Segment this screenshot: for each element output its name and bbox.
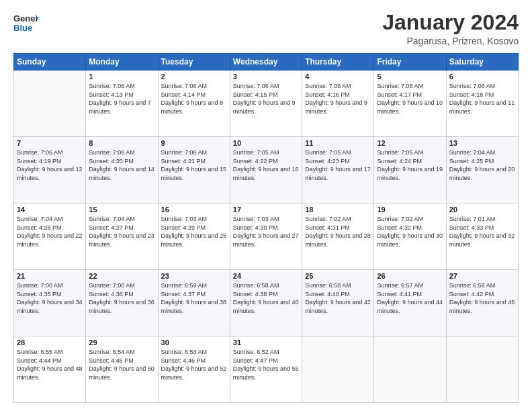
month-title: January 2024 bbox=[382, 11, 519, 34]
table-row: 2Sunrise: 7:06 AMSunset: 4:14 PMDaylight… bbox=[158, 71, 230, 137]
day-detail: Sunrise: 7:05 AMSunset: 4:22 PMDaylight:… bbox=[233, 148, 299, 182]
day-detail: Sunrise: 7:04 AMSunset: 4:27 PMDaylight:… bbox=[89, 215, 154, 248]
day-detail: Sunrise: 7:06 AMSunset: 4:13 PMDaylight:… bbox=[89, 82, 154, 116]
day-number: 26 bbox=[377, 272, 443, 280]
day-number: 15 bbox=[89, 205, 154, 214]
table-row: 24Sunrise: 6:58 AMSunset: 4:38 PMDayligh… bbox=[230, 270, 302, 336]
day-number: 14 bbox=[17, 205, 83, 214]
table-row: 4Sunrise: 7:06 AMSunset: 4:16 PMDaylight… bbox=[302, 71, 374, 137]
day-number: 1 bbox=[89, 73, 154, 81]
day-detail: Sunrise: 6:57 AMSunset: 4:41 PMDaylight:… bbox=[377, 281, 443, 315]
day-detail: Sunrise: 7:05 AMSunset: 4:24 PMDaylight:… bbox=[377, 148, 443, 182]
day-detail: Sunrise: 7:03 AMSunset: 4:29 PMDaylight:… bbox=[161, 215, 227, 248]
day-number: 24 bbox=[233, 272, 299, 280]
day-detail: Sunrise: 7:03 AMSunset: 4:30 PMDaylight:… bbox=[233, 215, 299, 248]
day-number: 18 bbox=[305, 205, 371, 214]
day-detail: Sunrise: 7:02 AMSunset: 4:32 PMDaylight:… bbox=[377, 215, 443, 248]
day-detail: Sunrise: 7:04 AMSunset: 4:25 PMDaylight:… bbox=[449, 148, 515, 182]
day-number: 3 bbox=[233, 73, 299, 81]
calendar-header-row: Sunday Monday Tuesday Wednesday Thursday… bbox=[14, 54, 519, 71]
day-number: 21 bbox=[17, 272, 83, 280]
table-row bbox=[14, 71, 86, 137]
col-thursday: Thursday bbox=[302, 54, 374, 71]
calendar-table: Sunday Monday Tuesday Wednesday Thursday… bbox=[13, 53, 519, 403]
col-tuesday: Tuesday bbox=[158, 54, 230, 71]
day-number: 10 bbox=[233, 139, 299, 147]
table-row: 29Sunrise: 6:54 AMSunset: 4:45 PMDayligh… bbox=[86, 336, 158, 403]
day-number: 25 bbox=[305, 272, 371, 280]
col-sunday: Sunday bbox=[14, 54, 86, 71]
table-row: 15Sunrise: 7:04 AMSunset: 4:27 PMDayligh… bbox=[86, 203, 158, 270]
day-detail: Sunrise: 7:06 AMSunset: 4:20 PMDaylight:… bbox=[89, 148, 154, 182]
subtitle: Pagarusa, Prizren, Kosovo bbox=[382, 36, 519, 46]
day-detail: Sunrise: 6:58 AMSunset: 4:40 PMDaylight:… bbox=[305, 281, 371, 315]
logo: General Blue bbox=[13, 11, 39, 36]
day-number: 13 bbox=[449, 139, 515, 147]
table-row: 22Sunrise: 7:00 AMSunset: 4:36 PMDayligh… bbox=[86, 270, 158, 336]
day-detail: Sunrise: 7:06 AMSunset: 4:15 PMDaylight:… bbox=[233, 82, 299, 116]
day-number: 30 bbox=[161, 338, 227, 347]
table-row bbox=[374, 336, 446, 403]
day-number: 5 bbox=[377, 73, 443, 81]
table-row: 17Sunrise: 7:03 AMSunset: 4:30 PMDayligh… bbox=[230, 203, 302, 270]
day-number: 4 bbox=[305, 73, 371, 81]
svg-text:General: General bbox=[13, 13, 39, 24]
logo-svg: General Blue bbox=[13, 11, 39, 36]
day-number: 17 bbox=[233, 205, 299, 214]
day-number: 29 bbox=[89, 338, 154, 347]
day-number: 7 bbox=[17, 139, 83, 147]
table-row: 3Sunrise: 7:06 AMSunset: 4:15 PMDaylight… bbox=[230, 71, 302, 137]
col-monday: Monday bbox=[86, 54, 158, 71]
day-number: 27 bbox=[449, 272, 515, 280]
table-row bbox=[302, 336, 374, 403]
table-row: 6Sunrise: 7:06 AMSunset: 4:18 PMDaylight… bbox=[446, 71, 518, 137]
day-detail: Sunrise: 7:06 AMSunset: 4:17 PMDaylight:… bbox=[377, 82, 443, 116]
table-row: 20Sunrise: 7:01 AMSunset: 4:33 PMDayligh… bbox=[446, 203, 518, 270]
day-detail: Sunrise: 7:01 AMSunset: 4:33 PMDaylight:… bbox=[449, 215, 515, 248]
col-wednesday: Wednesday bbox=[230, 54, 302, 71]
day-number: 19 bbox=[377, 205, 443, 214]
day-number: 28 bbox=[17, 338, 83, 347]
table-row: 19Sunrise: 7:02 AMSunset: 4:32 PMDayligh… bbox=[374, 203, 446, 270]
day-number: 22 bbox=[89, 272, 154, 280]
day-number: 8 bbox=[89, 139, 154, 147]
day-detail: Sunrise: 7:06 AMSunset: 4:16 PMDaylight:… bbox=[305, 82, 371, 116]
day-number: 23 bbox=[161, 272, 227, 280]
day-number: 6 bbox=[449, 73, 515, 81]
day-detail: Sunrise: 6:56 AMSunset: 4:42 PMDaylight:… bbox=[449, 281, 515, 315]
table-row: 9Sunrise: 7:06 AMSunset: 4:21 PMDaylight… bbox=[158, 137, 230, 203]
header: General Blue January 2024 Pagarusa, Priz… bbox=[13, 11, 519, 46]
day-detail: Sunrise: 6:54 AMSunset: 4:45 PMDaylight:… bbox=[89, 348, 154, 381]
day-number: 11 bbox=[305, 139, 371, 147]
table-row: 12Sunrise: 7:05 AMSunset: 4:24 PMDayligh… bbox=[374, 137, 446, 203]
day-detail: Sunrise: 7:06 AMSunset: 4:21 PMDaylight:… bbox=[161, 148, 227, 182]
day-detail: Sunrise: 6:52 AMSunset: 4:47 PMDaylight:… bbox=[233, 348, 299, 381]
table-row: 7Sunrise: 7:06 AMSunset: 4:19 PMDaylight… bbox=[14, 137, 86, 203]
day-detail: Sunrise: 6:58 AMSunset: 4:38 PMDaylight:… bbox=[233, 281, 299, 315]
table-row: 14Sunrise: 7:04 AMSunset: 4:26 PMDayligh… bbox=[14, 203, 86, 270]
table-row: 1Sunrise: 7:06 AMSunset: 4:13 PMDaylight… bbox=[86, 71, 158, 137]
table-row: 5Sunrise: 7:06 AMSunset: 4:17 PMDaylight… bbox=[374, 71, 446, 137]
title-block: January 2024 Pagarusa, Prizren, Kosovo bbox=[382, 11, 519, 46]
day-detail: Sunrise: 6:59 AMSunset: 4:37 PMDaylight:… bbox=[161, 281, 227, 315]
table-row: 18Sunrise: 7:02 AMSunset: 4:31 PMDayligh… bbox=[302, 203, 374, 270]
table-row: 23Sunrise: 6:59 AMSunset: 4:37 PMDayligh… bbox=[158, 270, 230, 336]
day-detail: Sunrise: 6:55 AMSunset: 4:44 PMDaylight:… bbox=[17, 348, 83, 381]
table-row bbox=[446, 336, 518, 403]
col-saturday: Saturday bbox=[446, 54, 518, 71]
table-row: 10Sunrise: 7:05 AMSunset: 4:22 PMDayligh… bbox=[230, 137, 302, 203]
day-number: 12 bbox=[377, 139, 443, 147]
table-row: 21Sunrise: 7:00 AMSunset: 4:35 PMDayligh… bbox=[14, 270, 86, 336]
table-row: 25Sunrise: 6:58 AMSunset: 4:40 PMDayligh… bbox=[302, 270, 374, 336]
table-row: 26Sunrise: 6:57 AMSunset: 4:41 PMDayligh… bbox=[374, 270, 446, 336]
table-row: 11Sunrise: 7:05 AMSunset: 4:23 PMDayligh… bbox=[302, 137, 374, 203]
day-number: 20 bbox=[449, 205, 515, 214]
day-number: 2 bbox=[161, 73, 227, 81]
table-row: 16Sunrise: 7:03 AMSunset: 4:29 PMDayligh… bbox=[158, 203, 230, 270]
table-row: 13Sunrise: 7:04 AMSunset: 4:25 PMDayligh… bbox=[446, 137, 518, 203]
svg-text:Blue: Blue bbox=[13, 23, 32, 33]
day-detail: Sunrise: 6:53 AMSunset: 4:46 PMDaylight:… bbox=[161, 348, 227, 381]
day-detail: Sunrise: 7:05 AMSunset: 4:23 PMDaylight:… bbox=[305, 148, 371, 182]
page: General Blue January 2024 Pagarusa, Priz… bbox=[0, 0, 532, 411]
day-number: 16 bbox=[161, 205, 227, 214]
